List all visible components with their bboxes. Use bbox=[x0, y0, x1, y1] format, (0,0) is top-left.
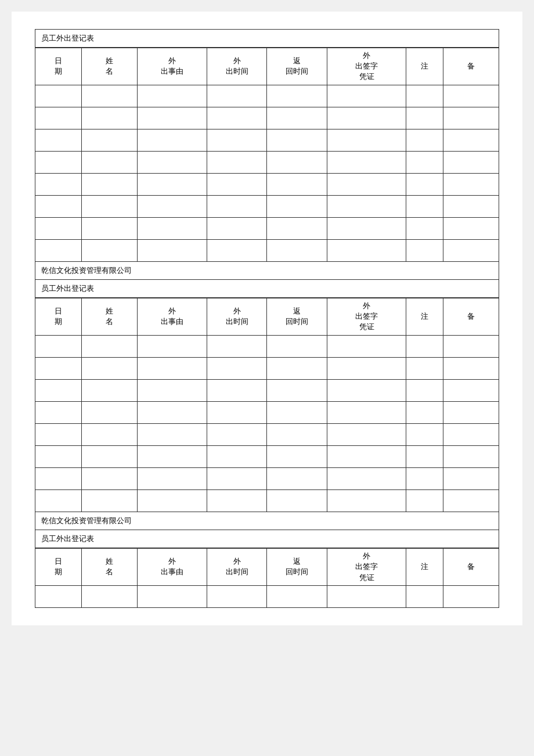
cell-reason bbox=[138, 379, 207, 401]
cell-name bbox=[82, 195, 138, 217]
cell-remark bbox=[443, 379, 499, 401]
cell-return-time bbox=[267, 239, 327, 261]
cell-date bbox=[35, 195, 82, 217]
cell-sign bbox=[327, 217, 406, 239]
cell-return-time bbox=[267, 335, 327, 357]
table-header-row: 日期 姓名 外出事由 外出时间 返回时间 外出签字凭证 注 备 bbox=[35, 48, 499, 85]
cell-sign bbox=[327, 401, 406, 423]
cell-return-time bbox=[267, 173, 327, 195]
cell-remark bbox=[443, 239, 499, 261]
cell-remark bbox=[443, 335, 499, 357]
cell-return-time bbox=[267, 423, 327, 445]
cell-name bbox=[82, 379, 138, 401]
cell-name bbox=[82, 585, 138, 607]
cell-reason bbox=[138, 85, 207, 107]
table-row bbox=[35, 401, 499, 423]
cell-date bbox=[35, 173, 82, 195]
cell-out-time bbox=[207, 85, 267, 107]
header-return-time: 返回时间 bbox=[267, 48, 327, 85]
register-table-3: 日期 姓名 外出事由 外出时间 返回时间 外出签字凭证 注 备 bbox=[35, 548, 499, 607]
cell-remark bbox=[443, 129, 499, 151]
cell-sign bbox=[327, 173, 406, 195]
cell-remark bbox=[443, 217, 499, 239]
cell-out-time bbox=[207, 129, 267, 151]
cell-note bbox=[406, 107, 443, 129]
table-row bbox=[35, 423, 499, 445]
header-return-time: 返回时间 bbox=[267, 298, 327, 336]
header-name: 姓名 bbox=[82, 298, 138, 336]
cell-date bbox=[35, 401, 82, 423]
cell-note bbox=[406, 445, 443, 467]
cell-note bbox=[406, 129, 443, 151]
cell-date bbox=[35, 85, 82, 107]
cell-return-time bbox=[267, 195, 327, 217]
cell-reason bbox=[138, 107, 207, 129]
cell-out-time bbox=[207, 335, 267, 357]
block-2-title: 员工外出登记表 bbox=[35, 280, 499, 298]
cell-reason bbox=[138, 585, 207, 607]
cell-out-time bbox=[207, 401, 267, 423]
cell-sign bbox=[327, 379, 406, 401]
cell-return-time bbox=[267, 129, 327, 151]
cell-name bbox=[82, 445, 138, 467]
cell-return-time bbox=[267, 379, 327, 401]
cell-return-time bbox=[267, 467, 327, 489]
cell-remark bbox=[443, 401, 499, 423]
cell-return-time bbox=[267, 585, 327, 607]
cell-date bbox=[35, 357, 82, 379]
cell-note bbox=[406, 173, 443, 195]
table-row bbox=[35, 335, 499, 357]
register-block-2: 员工外出登记表 日期 姓名 外出事由 外出时间 返回时间 外出签字凭证 注 备 bbox=[35, 280, 499, 530]
cell-return-time bbox=[267, 151, 327, 173]
cell-remark bbox=[443, 151, 499, 173]
block-2-company: 乾信文化投资管理有限公司 bbox=[35, 512, 499, 530]
cell-remark bbox=[443, 107, 499, 129]
cell-sign bbox=[327, 151, 406, 173]
header-note: 注 bbox=[406, 549, 443, 586]
header-date: 日期 bbox=[35, 48, 82, 85]
cell-sign bbox=[327, 129, 406, 151]
header-out-time: 外出时间 bbox=[207, 549, 267, 586]
cell-name bbox=[82, 85, 138, 107]
cell-remark bbox=[443, 445, 499, 467]
header-remark: 备 bbox=[443, 48, 499, 85]
cell-name bbox=[82, 129, 138, 151]
table-header-row: 日期 姓名 外出事由 外出时间 返回时间 外出签字凭证 注 备 bbox=[35, 549, 499, 586]
cell-remark bbox=[443, 357, 499, 379]
cell-sign bbox=[327, 195, 406, 217]
cell-out-time bbox=[207, 379, 267, 401]
header-sign: 外出签字凭证 bbox=[327, 48, 406, 85]
cell-sign bbox=[327, 107, 406, 129]
cell-sign bbox=[327, 423, 406, 445]
table-row bbox=[35, 107, 499, 129]
cell-reason bbox=[138, 401, 207, 423]
header-out-time: 外出时间 bbox=[207, 298, 267, 336]
cell-out-time bbox=[207, 585, 267, 607]
cell-name bbox=[82, 173, 138, 195]
table-row bbox=[35, 173, 499, 195]
table-row bbox=[35, 129, 499, 151]
cell-return-time bbox=[267, 401, 327, 423]
cell-note bbox=[406, 585, 443, 607]
cell-out-time bbox=[207, 467, 267, 489]
header-out-time: 外出时间 bbox=[207, 48, 267, 85]
cell-remark bbox=[443, 423, 499, 445]
cell-out-time bbox=[207, 107, 267, 129]
header-remark: 备 bbox=[443, 549, 499, 586]
cell-sign bbox=[327, 335, 406, 357]
cell-name bbox=[82, 239, 138, 261]
cell-out-time bbox=[207, 489, 267, 512]
cell-sign bbox=[327, 585, 406, 607]
cell-name bbox=[82, 357, 138, 379]
cell-sign bbox=[327, 489, 406, 512]
cell-out-time bbox=[207, 239, 267, 261]
cell-reason bbox=[138, 129, 207, 151]
cell-remark bbox=[443, 85, 499, 107]
cell-remark bbox=[443, 489, 499, 512]
cell-reason bbox=[138, 217, 207, 239]
cell-out-time bbox=[207, 357, 267, 379]
cell-date bbox=[35, 107, 82, 129]
cell-return-time bbox=[267, 357, 327, 379]
cell-remark bbox=[443, 585, 499, 607]
cell-note bbox=[406, 195, 443, 217]
